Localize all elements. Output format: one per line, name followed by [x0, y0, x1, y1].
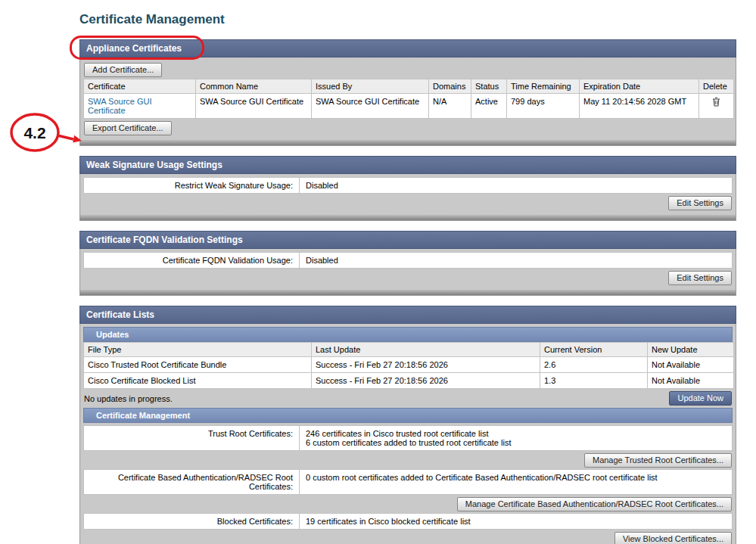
common-name-cell: SWA Source GUI Certificate	[196, 94, 312, 119]
certificate-management-subheader: Certificate Management	[83, 408, 733, 423]
certificate-management-page: Certificate Management Appliance Certifi…	[0, 0, 756, 544]
manage-trusted-root-certificates-button[interactable]: Manage Trusted Root Certificates...	[584, 453, 732, 468]
col-delete: Delete	[699, 79, 734, 94]
weak-signature-toolbar: Edit Settings	[83, 194, 733, 212]
col-time-remaining: Time Remaining	[507, 79, 580, 94]
col-issued-by: Issued By	[312, 79, 429, 94]
blocked-certificates-value: 19 certificates in Cisco blocked certifi…	[300, 514, 733, 530]
certificate-link[interactable]: SWA Source GUI Certificate	[88, 97, 152, 115]
issued-by-cell: SWA Source GUI Certificate	[312, 94, 429, 119]
last-update-cell: Success - Fri Feb 27 20:18:56 2026	[312, 357, 540, 373]
appliance-certificates-header: Appliance Certificates	[79, 39, 736, 58]
fqdn-validation-value: Disabled	[300, 253, 733, 269]
col-expiration-date: Expiration Date	[580, 79, 699, 94]
table-header-row: Certificate Common Name Issued By Domain…	[84, 79, 734, 94]
radsec-label: Certificate Based Authentication/RADSEC …	[84, 470, 300, 495]
weak-signature-body: Restrict Weak Signature Usage: Disabled …	[79, 174, 736, 215]
col-status: Status	[471, 79, 507, 94]
main-content: Certificate Management Appliance Certifi…	[79, 0, 736, 544]
new-update-cell: Not Available	[648, 373, 734, 389]
add-certificate-toolbar: Add Certificate...	[83, 61, 733, 79]
trust-root-table: Trust Root Certificates: 246 certificate…	[83, 425, 733, 451]
fqdn-validation-section: Certificate FQDN Validation Settings Cer…	[79, 231, 736, 296]
appliance-certificates-header-label: Appliance Certificates	[86, 43, 182, 54]
annotation-step-label: 4.2	[23, 124, 45, 141]
setting-row: Blocked Certificates: 19 certificates in…	[84, 514, 733, 530]
weak-signature-header: Weak Signature Usage Settings	[79, 156, 736, 174]
certificate-lists-header: Certificate Lists	[79, 306, 736, 324]
weak-signature-value: Disabled	[300, 178, 733, 194]
weak-signature-section: Weak Signature Usage Settings Restrict W…	[79, 156, 736, 221]
current-version-cell: 2.6	[540, 357, 648, 373]
file-type-cell: Cisco Certificate Blocked List	[84, 373, 312, 389]
updates-status-row: No updates in progress. Update Now	[83, 389, 733, 408]
updates-status-text: No updates in progress.	[84, 394, 173, 403]
weak-signature-label: Restrict Weak Signature Usage:	[84, 178, 300, 194]
col-last-update: Last Update	[312, 343, 540, 357]
trust-root-line-1: 246 certificates in Cisco trusted root c…	[306, 429, 726, 438]
time-remaining-cell: 799 days	[507, 94, 580, 119]
trust-root-label: Trust Root Certificates:	[84, 426, 300, 451]
manage-radsec-toolbar: Manage Certificate Based Authentication/…	[83, 495, 733, 513]
fqdn-validation-label: Certificate FQDN Validation Usage:	[84, 253, 300, 269]
page-title: Certificate Management	[79, 12, 736, 27]
table-header-row: File Type Last Update Current Version Ne…	[84, 343, 734, 357]
update-row: Cisco Trusted Root Certificate Bundle Su…	[84, 357, 734, 373]
col-current-version: Current Version	[540, 343, 648, 357]
export-certificate-button[interactable]: Export Certificate...	[84, 121, 172, 135]
section-bottom-strip	[79, 140, 736, 146]
manage-radsec-root-certificates-button[interactable]: Manage Certificate Based Authentication/…	[457, 497, 732, 511]
section-bottom-strip	[79, 215, 736, 221]
weak-signature-table: Restrict Weak Signature Usage: Disabled	[83, 177, 733, 194]
expiration-date-cell: May 11 20:14:56 2028 GMT	[580, 94, 699, 119]
col-common-name: Common Name	[196, 79, 312, 94]
appliance-certificates-section: Appliance Certificates Add Certificate..…	[79, 39, 736, 146]
appliance-certificates-table: Certificate Common Name Issued By Domain…	[83, 79, 734, 119]
domains-cell: N/A	[429, 94, 471, 119]
setting-row: Restrict Weak Signature Usage: Disabled	[84, 178, 733, 194]
fqdn-validation-body: Certificate FQDN Validation Usage: Disab…	[79, 249, 736, 290]
delete-certificate-icon[interactable]	[712, 97, 720, 108]
file-type-cell: Cisco Trusted Root Certificate Bundle	[84, 357, 312, 373]
manage-trusted-toolbar: Manage Trusted Root Certificates...	[83, 451, 733, 469]
delete-cell	[699, 94, 734, 119]
col-file-type: File Type	[84, 343, 312, 357]
annotation-step-ellipse	[11, 114, 58, 151]
last-update-cell: Success - Fri Feb 27 20:18:56 2026	[312, 373, 540, 389]
view-blocked-toolbar: View Blocked Certificates...	[83, 530, 733, 544]
setting-row: Certificate FQDN Validation Usage: Disab…	[84, 253, 733, 269]
fqdn-validation-edit-settings-button[interactable]: Edit Settings	[668, 271, 732, 285]
updates-subheader: Updates	[83, 327, 733, 342]
radsec-table: Certificate Based Authentication/RADSEC …	[83, 469, 733, 495]
appliance-certificates-body: Add Certificate... Certificate Common Na…	[79, 58, 736, 140]
setting-row: Trust Root Certificates: 246 certificate…	[84, 426, 733, 451]
fqdn-validation-toolbar: Edit Settings	[83, 269, 733, 287]
export-certificate-toolbar: Export Certificate...	[83, 119, 733, 137]
status-cell: Active	[471, 94, 507, 119]
radsec-value: 0 custom root certificates added to Cert…	[300, 470, 733, 495]
weak-signature-edit-settings-button[interactable]: Edit Settings	[668, 196, 732, 210]
updates-table: File Type Last Update Current Version Ne…	[83, 342, 734, 389]
blocked-certificates-table: Blocked Certificates: 19 certificates in…	[83, 513, 733, 530]
col-certificate: Certificate	[84, 79, 196, 94]
trust-root-line-2: 6 custom certificates added to trusted r…	[306, 438, 726, 447]
col-new-update: New Update	[648, 343, 734, 357]
update-now-button[interactable]: Update Now	[669, 391, 732, 406]
annotation-arrow-line	[58, 135, 73, 139]
view-blocked-certificates-button[interactable]: View Blocked Certificates...	[614, 532, 732, 544]
update-row: Cisco Certificate Blocked List Success -…	[84, 373, 734, 389]
certificate-cell: SWA Source GUI Certificate	[84, 94, 196, 119]
setting-row: Certificate Based Authentication/RADSEC …	[84, 470, 733, 495]
new-update-cell: Not Available	[648, 357, 734, 373]
add-certificate-button[interactable]: Add Certificate...	[84, 63, 162, 77]
fqdn-validation-table: Certificate FQDN Validation Usage: Disab…	[83, 252, 733, 269]
certificate-lists-section: Certificate Lists Updates File Type Last…	[79, 306, 736, 544]
certificate-lists-body: Updates File Type Last Update Current Ve…	[79, 324, 736, 544]
section-bottom-strip	[79, 290, 736, 296]
trust-root-value: 246 certificates in Cisco trusted root c…	[300, 426, 733, 451]
certificate-table-row: SWA Source GUI Certificate SWA Source GU…	[84, 94, 734, 119]
current-version-cell: 1.3	[540, 373, 648, 389]
col-domains: Domains	[429, 79, 471, 94]
blocked-certificates-label: Blocked Certificates:	[84, 514, 300, 530]
fqdn-validation-header: Certificate FQDN Validation Settings	[79, 231, 736, 249]
